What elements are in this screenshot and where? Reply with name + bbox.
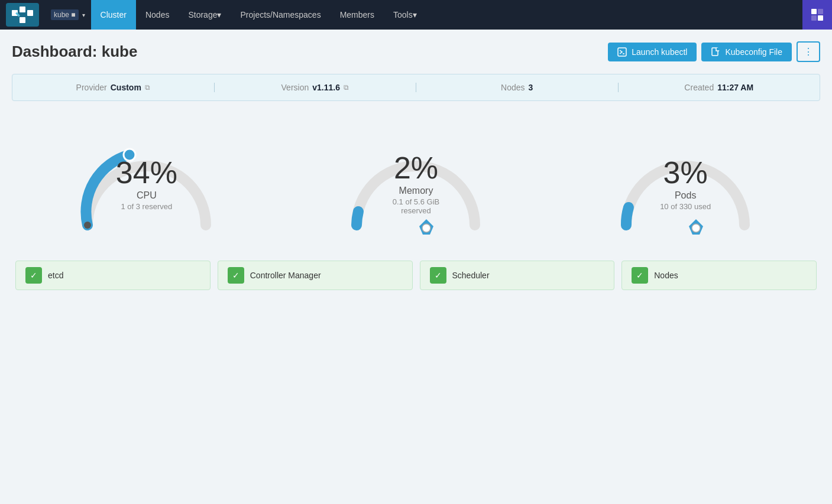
status-nodes: ✓ Nodes xyxy=(621,261,817,290)
cpu-gauge: 34% CPU 1 of 3 reserved xyxy=(58,119,235,237)
nav-storage[interactable]: Storage ▾ xyxy=(179,0,231,30)
navbar-right xyxy=(802,0,832,30)
cluster-chevron-icon: ▾ xyxy=(82,12,85,18)
info-bar: Provider Custom ⧉ Version v1.11.6 ⧉ Node… xyxy=(12,74,820,101)
nav-members[interactable]: Members xyxy=(331,0,384,30)
kubeconfig-file-button[interactable]: Kubeconfig File xyxy=(701,43,792,61)
page-container: Dashboard: kube Launch kubectl Kubeconfi xyxy=(0,30,832,302)
copy-version-icon[interactable]: ⧉ xyxy=(344,83,349,92)
logo[interactable] xyxy=(6,3,39,27)
cpu-gauge-text: 34% CPU 1 of 3 reserved xyxy=(116,157,177,211)
cpu-gauge-wrapper: 34% CPU 1 of 3 reserved xyxy=(70,119,224,237)
file-icon xyxy=(711,47,720,57)
nav-projects-namespaces[interactable]: Projects/Namespaces xyxy=(231,0,330,30)
svg-rect-1 xyxy=(20,6,25,12)
svg-rect-6 xyxy=(818,9,823,14)
scheduler-check-icon: ✓ xyxy=(430,267,446,284)
controller-manager-check-icon: ✓ xyxy=(228,267,244,284)
svg-point-16 xyxy=(422,224,430,232)
cluster-selector[interactable]: kube ■ ▾ xyxy=(45,6,91,24)
status-etcd: ✓ etcd xyxy=(15,261,211,290)
launch-kubectl-button[interactable]: Launch kubectl xyxy=(608,43,697,61)
etcd-check-icon: ✓ xyxy=(25,267,42,284)
nav-tools[interactable]: Tools ▾ xyxy=(384,0,426,30)
main-nav: Cluster Nodes Storage ▾ Projects/Namespa… xyxy=(91,0,426,30)
svg-rect-7 xyxy=(811,15,817,21)
navbar: kube ■ ▾ Cluster Nodes Storage ▾ Project… xyxy=(0,0,832,30)
nav-nodes[interactable]: Nodes xyxy=(136,0,179,30)
provider-info: Provider Custom ⧉ xyxy=(12,83,215,92)
more-options-button[interactable]: ⋮ xyxy=(797,41,820,62)
svg-point-14 xyxy=(84,222,91,229)
nodes-check-icon: ✓ xyxy=(632,267,648,284)
status-scheduler: ✓ Scheduler xyxy=(420,261,615,290)
pods-gauge-wrapper: 3% Pods 10 of 330 used xyxy=(608,119,762,237)
memory-gauge: 2% Memory 0.1 of 5.6 GiB reserved xyxy=(327,119,504,237)
nodes-info: Nodes 3 xyxy=(416,83,619,92)
pods-gauge: 3% Pods 10 of 330 used xyxy=(597,119,774,237)
svg-rect-5 xyxy=(811,9,817,14)
status-controller-manager: ✓ Controller Manager xyxy=(218,261,413,290)
page-header: Dashboard: kube Launch kubectl Kubeconfi xyxy=(12,41,820,62)
svg-rect-2 xyxy=(27,10,33,16)
svg-rect-8 xyxy=(818,15,823,21)
svg-rect-3 xyxy=(20,17,25,23)
terminal-icon xyxy=(617,47,627,57)
svg-point-18 xyxy=(692,224,700,232)
memory-gauge-wrapper: 2% Memory 0.1 of 5.6 GiB reserved xyxy=(339,119,493,237)
copy-provider-icon[interactable]: ⧉ xyxy=(145,83,150,92)
created-info: Created 11:27 AM xyxy=(619,83,820,92)
page-title: Dashboard: kube xyxy=(12,43,137,61)
cluster-icon: kube ■ xyxy=(51,9,79,20)
grid-icon[interactable] xyxy=(802,0,832,30)
nav-cluster[interactable]: Cluster xyxy=(91,0,136,30)
gauges-row: 34% CPU 1 of 3 reserved xyxy=(12,119,820,237)
status-bar: ✓ etcd ✓ Controller Manager ✓ Scheduler … xyxy=(12,261,820,290)
pods-gauge-text: 3% Pods 10 of 330 used xyxy=(660,157,711,211)
header-buttons: Launch kubectl Kubeconfig File ⋮ xyxy=(608,41,820,62)
memory-gauge-text: 2% Memory 0.1 of 5.6 GiB reserved xyxy=(377,152,454,215)
version-info: Version v1.11.6 ⧉ xyxy=(215,83,417,92)
